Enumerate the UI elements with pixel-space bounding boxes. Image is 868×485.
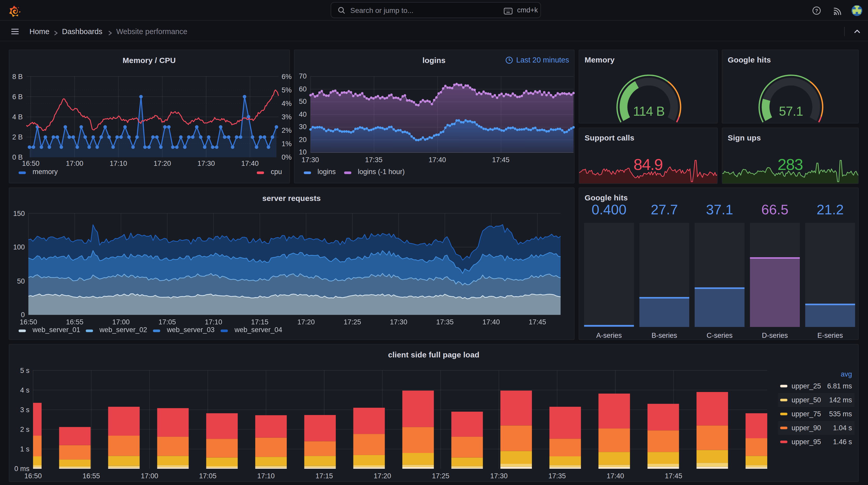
svg-text:0.400: 0.400 — [591, 202, 626, 217]
svg-text:37.1: 37.1 — [706, 202, 733, 217]
svg-text:66.5: 66.5 — [761, 202, 788, 217]
svg-text:27.7: 27.7 — [650, 202, 678, 217]
svg-text:C-series: C-series — [706, 332, 733, 340]
svg-text:57.1: 57.1 — [779, 104, 803, 119]
svg-text:21.2: 21.2 — [816, 202, 843, 217]
svg-text:E-series: E-series — [817, 332, 843, 340]
svg-text:B-series: B-series — [651, 332, 677, 340]
svg-text:?: ? — [815, 8, 818, 13]
svg-text:A-series: A-series — [596, 332, 622, 340]
svg-text:D-series: D-series — [762, 332, 788, 340]
svg-text:114 B: 114 B — [633, 104, 664, 119]
